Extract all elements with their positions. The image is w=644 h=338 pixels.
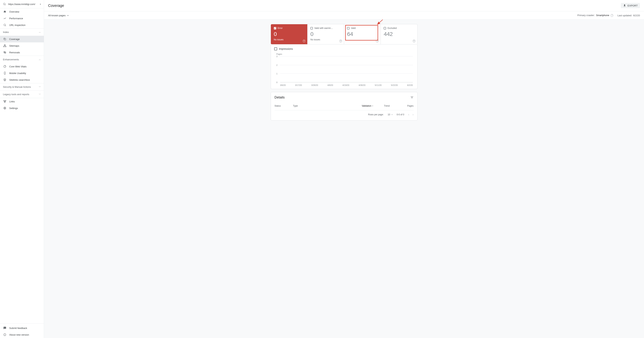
links-icon [3, 100, 7, 103]
property-icon [3, 3, 6, 6]
chevron-down-icon: ﹀ [39, 93, 41, 96]
status-cards: Error 0 No issues ? Valid with warnin… 0 [271, 24, 418, 44]
svg-rect-10 [5, 100, 6, 101]
card-label: Error [278, 27, 283, 30]
svg-point-1 [4, 24, 6, 26]
export-label: EXPORT [628, 4, 638, 7]
sidebar-item-label: Mobile Usability [9, 72, 26, 75]
svg-line-14 [378, 20, 386, 25]
help-icon[interactable]: ? [610, 14, 613, 17]
svg-point-0 [4, 3, 5, 5]
card-subtext: No issues [274, 38, 304, 41]
section-legacy[interactable]: Legacy tools and reports ﹀ [0, 91, 44, 98]
sidebar-footer: Submit feedback About new version [0, 323, 44, 338]
sidebar-item-label: Removals [9, 51, 20, 54]
checkbox-checked-icon [274, 27, 276, 30]
details-title: Details [274, 95, 285, 99]
chart-card: Impressions Pages 3210 3/6/203/17/203/28… [271, 44, 418, 89]
checkbox-icon [384, 27, 386, 30]
sitemap-icon [3, 44, 7, 47]
col-validation[interactable]: Validation ↑ [362, 105, 384, 107]
details-card: Details Status Type Validation ↑ Trend [271, 92, 418, 120]
home-icon [3, 10, 7, 13]
section-enhancements[interactable]: Enhancements ︿ [0, 56, 44, 63]
rows-per-page-dropdown[interactable]: 10 ▾ [388, 113, 392, 116]
sidebar-nav: Overview Performance URL inspection Inde… [0, 8, 44, 323]
sidebar-item-label: Coverage [9, 38, 20, 41]
status-card-valid[interactable]: Valid 64 ? [344, 24, 381, 44]
trend-icon [3, 17, 7, 20]
sidebar-item-sitelinks[interactable]: Sitelinks searchbox [0, 76, 44, 83]
dropdown-icon: ▾ [392, 114, 392, 115]
updated-info: Last updated: 6/2/20 [617, 14, 640, 17]
card-value: 64 [347, 31, 378, 37]
filter-label: All known pages [48, 14, 66, 17]
sidebar-item-coverage[interactable]: Coverage [0, 36, 44, 42]
page-filter-dropdown[interactable]: All known pages ▾ [48, 14, 68, 17]
help-icon[interactable]: ? [413, 40, 416, 42]
col-trend[interactable]: Trend [384, 105, 402, 107]
x-tick: 5/11/20 [375, 84, 382, 86]
dropdown-icon: ▾ [40, 3, 41, 5]
help-icon[interactable]: ? [339, 40, 342, 42]
help-icon[interactable]: ? [303, 40, 306, 42]
checkbox-icon [274, 47, 277, 50]
x-tick: 4/19/20 [342, 84, 349, 86]
sidebar-item-label: About new version [9, 333, 29, 336]
export-button[interactable]: EXPORT [621, 3, 640, 8]
sidebar-item-mobile-usability[interactable]: Mobile Usability [0, 70, 44, 76]
card-subtext: No issues [310, 38, 341, 41]
feedback-icon [3, 326, 7, 329]
card-value: 0 [274, 31, 304, 37]
sidebar-item-about[interactable]: About new version [0, 331, 44, 338]
section-index[interactable]: Index ︿ [0, 28, 44, 36]
y-tick: 2 [276, 64, 278, 66]
filter-icon[interactable] [410, 96, 414, 99]
sidebar-item-overview[interactable]: Overview [0, 8, 44, 15]
search-icon [3, 24, 7, 27]
card-label: Valid [351, 27, 356, 30]
card-value: 0 [310, 31, 341, 37]
section-label: Index [3, 31, 9, 34]
col-type[interactable]: Type [293, 105, 362, 107]
sidebar: https://www.mmldigi.com/ ▾ Overview Perf… [0, 0, 44, 338]
rows-per-page-label: Rows per page: [368, 113, 384, 116]
svg-rect-11 [4, 102, 5, 103]
chart-area: Pages 3210 3/6/203/17/203/28/204/8/204/1… [274, 53, 414, 86]
chevron-up-icon: ︿ [39, 58, 41, 61]
section-security[interactable]: Security & Manual Actions ﹀ [0, 83, 44, 91]
sidebar-item-performance[interactable]: Performance [0, 15, 44, 22]
svg-point-12 [4, 108, 5, 108]
status-card-error[interactable]: Error 0 No issues ? [271, 24, 308, 44]
dropdown-icon: ▾ [68, 15, 68, 17]
y-tick: 0 [276, 81, 278, 83]
sidebar-item-links[interactable]: Links [0, 98, 44, 105]
property-selector[interactable]: https://www.mmldigi.com/ ▾ [0, 0, 44, 8]
y-axis-label: Pages [276, 53, 282, 55]
help-icon[interactable]: ? [376, 40, 379, 42]
sidebar-item-feedback[interactable]: Submit feedback [0, 325, 44, 331]
sidebar-item-removals[interactable]: Removals [0, 49, 44, 56]
sidebar-item-sitemaps[interactable]: Sitemaps [0, 42, 44, 49]
sidebar-item-cwv[interactable]: Core Web Vitals [0, 63, 44, 70]
prev-page-button[interactable]: ‹ [408, 113, 409, 116]
main-content: Coverage EXPORT All known pages ▾ Primar… [44, 0, 644, 338]
checkbox-icon [310, 27, 313, 30]
status-card-warning[interactable]: Valid with warnin… 0 No issues ? [308, 24, 344, 44]
next-page-button[interactable]: › [412, 113, 414, 116]
chevron-up-icon: ︿ [39, 31, 41, 34]
mobile-icon [3, 72, 7, 75]
sidebar-item-url-inspection[interactable]: URL inspection [0, 22, 44, 28]
sidebar-item-label: Settings [9, 107, 18, 110]
sidebar-item-label: Links [9, 100, 15, 103]
sidebar-item-label: Core Web Vitals [9, 65, 26, 68]
status-card-excluded[interactable]: Excluded 442 ? [381, 24, 417, 44]
property-url: https://www.mmldigi.com/ [8, 3, 40, 6]
sort-asc-icon: ↑ [372, 105, 373, 107]
col-pages[interactable]: Pages [402, 105, 414, 107]
col-status[interactable]: Status [274, 105, 293, 107]
sidebar-item-settings[interactable]: Settings [0, 105, 44, 111]
sidebar-item-label: URL inspection [9, 24, 26, 27]
card-label: Excluded [388, 27, 396, 30]
impressions-toggle[interactable]: Impressions [274, 47, 414, 50]
